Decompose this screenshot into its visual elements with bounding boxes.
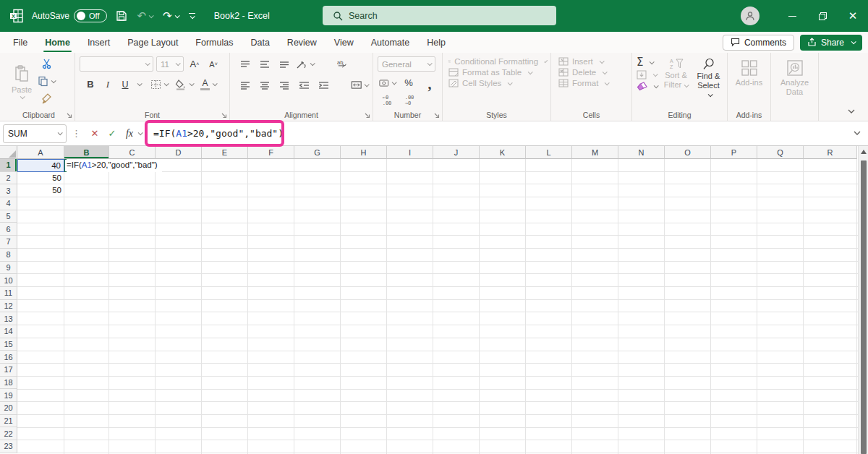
cell-A3[interactable]: 50: [17, 184, 64, 197]
insert-cells-button[interactable]: Insert: [558, 57, 627, 66]
tab-help[interactable]: Help: [418, 33, 454, 53]
column-header-M[interactable]: M: [572, 146, 618, 159]
search-box[interactable]: Search: [323, 6, 556, 25]
find-select-button[interactable]: Find & Select: [694, 56, 723, 99]
clear-button[interactable]: [637, 82, 658, 91]
cut-button[interactable]: [38, 56, 55, 72]
close-button[interactable]: ✕: [838, 0, 868, 32]
cell-A2[interactable]: 50: [17, 172, 64, 185]
clipboard-dialog-launcher[interactable]: [66, 112, 72, 119]
copy-button[interactable]: [38, 74, 55, 89]
row-header-20[interactable]: 20: [0, 402, 17, 415]
tab-formulas[interactable]: Formulas: [187, 33, 242, 53]
format-painter-button[interactable]: [38, 91, 55, 106]
column-header-C[interactable]: C: [109, 146, 156, 159]
account-avatar[interactable]: [741, 7, 760, 25]
row-header-12[interactable]: 12: [0, 300, 17, 313]
top-align-button[interactable]: [237, 56, 253, 72]
bottom-align-button[interactable]: [276, 56, 292, 72]
comments-button[interactable]: Comments: [723, 35, 794, 51]
row-header-1[interactable]: 1: [0, 159, 17, 172]
autosave-toggle[interactable]: Off: [74, 9, 106, 22]
cell-A1[interactable]: 40: [17, 159, 64, 172]
customize-quick-access-button[interactable]: [187, 13, 197, 19]
column-header-B[interactable]: B: [64, 146, 109, 159]
font-color-button[interactable]: A: [200, 77, 216, 92]
decrease-font-button[interactable]: A˅: [205, 56, 221, 72]
column-header-H[interactable]: H: [341, 146, 387, 159]
tab-automate[interactable]: Automate: [362, 33, 419, 53]
alignment-dialog-launcher[interactable]: [364, 112, 370, 119]
cell-styles-button[interactable]: Cell Styles: [448, 79, 546, 87]
row-header-8[interactable]: 8: [0, 249, 17, 262]
cancel-button[interactable]: ✕: [86, 128, 103, 139]
column-header-O[interactable]: O: [665, 146, 711, 159]
row-header-6[interactable]: 6: [0, 223, 17, 236]
borders-button[interactable]: [150, 77, 168, 92]
delete-cells-button[interactable]: Delete: [558, 68, 627, 77]
fill-color-button[interactable]: [175, 77, 193, 92]
comma-style-button[interactable]: ,: [422, 75, 438, 90]
formula-input[interactable]: =IF(A1>20,"good","bad"): [153, 128, 284, 139]
insert-function-button[interactable]: fx: [121, 128, 138, 140]
tab-page-layout[interactable]: Page Layout: [119, 33, 187, 53]
paste-button[interactable]: Paste: [12, 64, 32, 99]
tab-review[interactable]: Review: [278, 33, 326, 53]
row-header-14[interactable]: 14: [0, 325, 17, 338]
row-header-2[interactable]: 2: [0, 172, 17, 185]
middle-align-button[interactable]: [257, 56, 273, 72]
column-header-D[interactable]: D: [156, 146, 202, 159]
share-button[interactable]: Share: [800, 35, 862, 51]
column-header-Q[interactable]: Q: [757, 146, 804, 159]
row-header-22[interactable]: 22: [0, 427, 17, 440]
accounting-format-button[interactable]: [379, 75, 396, 90]
column-header-F[interactable]: F: [248, 146, 294, 159]
scroll-up-arrow-icon[interactable]: [861, 150, 867, 154]
percent-style-button[interactable]: %: [401, 75, 417, 90]
redo-button[interactable]: ↷: [161, 9, 180, 22]
tab-insert[interactable]: Insert: [79, 33, 119, 53]
font-name-select[interactable]: [80, 56, 153, 72]
increase-indent-button[interactable]: [315, 77, 331, 93]
column-header-K[interactable]: K: [480, 146, 526, 159]
decrease-indent-button[interactable]: [296, 77, 312, 93]
row-header-10[interactable]: 10: [0, 274, 17, 287]
align-left-button[interactable]: [237, 77, 253, 93]
column-header-P[interactable]: P: [711, 146, 757, 159]
format-as-table-button[interactable]: Format as Table: [448, 68, 546, 77]
sort-filter-button[interactable]: A Z Sort & Filter: [662, 56, 690, 89]
save-button[interactable]: [114, 10, 129, 22]
formula-bar-handle[interactable]: ⋮: [67, 128, 86, 139]
conditional-formatting-button[interactable]: Conditional Formatting: [448, 57, 546, 66]
cell-grid[interactable]: 405050=IF(A1>20,"good","bad"): [17, 159, 858, 454]
font-dialog-launcher[interactable]: [221, 112, 227, 119]
expand-formula-bar-button[interactable]: [852, 130, 862, 137]
align-center-button[interactable]: [257, 77, 273, 93]
minimize-button[interactable]: [777, 0, 807, 32]
fill-button[interactable]: [637, 70, 658, 80]
column-header-E[interactable]: E: [202, 146, 248, 159]
format-cells-button[interactable]: Format: [558, 79, 627, 87]
number-format-select[interactable]: General: [378, 56, 435, 72]
row-header-23[interactable]: 23: [0, 440, 17, 453]
restore-button[interactable]: [807, 0, 838, 32]
excel-app-icon[interactable]: X: [9, 8, 25, 24]
row-header-13[interactable]: 13: [0, 312, 17, 325]
decrease-decimal-button[interactable]: .00→0: [401, 93, 417, 108]
column-header-I[interactable]: I: [387, 146, 433, 159]
row-header-21[interactable]: 21: [0, 415, 17, 428]
column-header-N[interactable]: N: [618, 146, 665, 159]
select-all-corner[interactable]: [0, 146, 17, 159]
tab-view[interactable]: View: [326, 33, 362, 53]
row-header-7[interactable]: 7: [0, 236, 17, 249]
row-header-19[interactable]: 19: [0, 389, 17, 402]
column-header-A[interactable]: A: [17, 146, 64, 159]
row-header-15[interactable]: 15: [0, 338, 17, 351]
number-dialog-launcher[interactable]: [433, 112, 440, 119]
wrap-text-button[interactable]: ab: [334, 56, 350, 72]
row-header-17[interactable]: 17: [0, 364, 17, 377]
undo-button[interactable]: ↶: [136, 9, 155, 22]
row-header-3[interactable]: 3: [0, 184, 17, 197]
merge-center-button[interactable]: [351, 77, 368, 93]
tab-file[interactable]: File: [4, 33, 36, 53]
